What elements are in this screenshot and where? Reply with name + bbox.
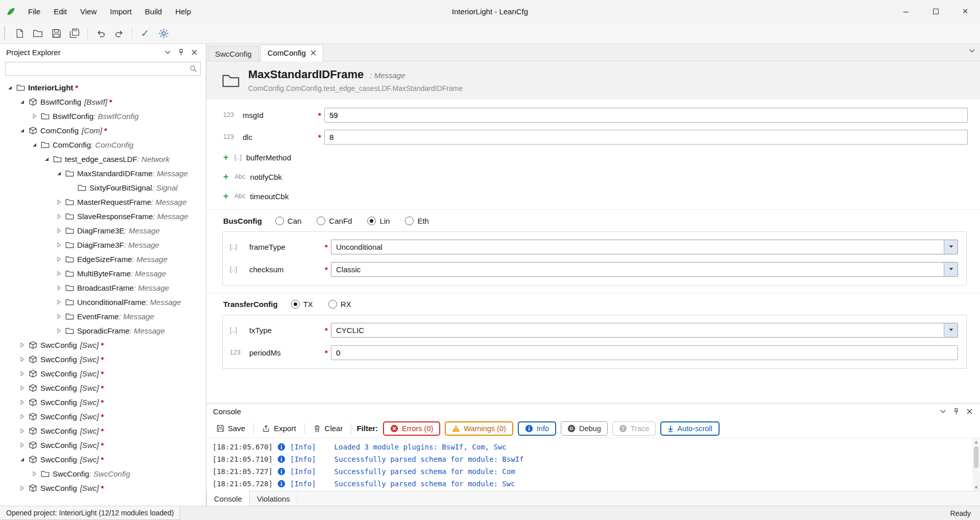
tree-node-comconfig[interactable]: ComConfig : ComConfig — [0, 137, 206, 152]
frameType-select[interactable]: Unconditional — [331, 240, 958, 254]
tree-node-bswifconfig[interactable]: BswIfConfig[BswIf]* — [0, 94, 206, 109]
console-scrollbar[interactable]: ▲ ▼ — [972, 438, 980, 491]
tab-swcconfig[interactable]: SwcConfig — [208, 46, 259, 61]
scroll-thumb[interactable] — [974, 446, 978, 468]
tree-expand-icon[interactable] — [54, 199, 63, 205]
undo-button[interactable] — [91, 25, 110, 41]
tree-node-swcconfig[interactable]: SwcConfig[Swc]* — [0, 409, 206, 423]
tree-node-comconfig[interactable]: ComConfig[Com]* — [0, 123, 206, 137]
console-tab-violations[interactable]: Violations — [250, 491, 298, 506]
tree-expand-icon[interactable] — [17, 128, 27, 133]
tree-expand-icon[interactable] — [17, 357, 27, 362]
scroll-up-icon[interactable]: ▲ — [975, 438, 977, 445]
tree-expand-icon[interactable] — [54, 242, 63, 248]
tree-expand-icon[interactable] — [17, 342, 27, 348]
tree-expand-icon[interactable] — [54, 271, 63, 276]
filter-warnings-button[interactable]: Warnings (0) — [445, 421, 513, 436]
tree-node-swcconfig[interactable]: SwcConfig[Swc]* — [0, 452, 206, 466]
tree-expand-icon[interactable] — [30, 142, 39, 148]
tree-node-sixtyfourbitsignal[interactable]: SixtyFourBitSignal : Signal — [0, 180, 206, 195]
scroll-down-icon[interactable]: ▼ — [975, 484, 977, 491]
search-icon[interactable] — [189, 65, 197, 73]
tree-expand-icon[interactable] — [17, 399, 27, 405]
tree-expand-icon[interactable] — [17, 442, 27, 448]
filter-autoscroll-button[interactable]: Auto-scroll — [660, 421, 720, 436]
filter-debug-button[interactable]: DDebug — [561, 421, 608, 436]
tree-expand-icon[interactable] — [54, 314, 63, 319]
radio-eth[interactable]: Eth — [405, 217, 429, 225]
tree-expand-icon[interactable] — [17, 99, 27, 105]
tree-node-swcconfig[interactable]: SwcConfig[Swc]* — [0, 438, 206, 452]
chevron-down-icon[interactable] — [936, 405, 949, 417]
add-optional-button[interactable]: + — [223, 172, 234, 181]
tree-node-swcconfig[interactable]: SwcConfig : SwcConfig — [0, 466, 206, 481]
tree-expand-icon[interactable] — [5, 85, 14, 90]
tree-node-swcconfig[interactable]: SwcConfig[Swc]* — [0, 395, 206, 409]
tree-expand-icon[interactable] — [42, 156, 51, 162]
add-optional-button[interactable]: + — [223, 192, 234, 201]
close-icon[interactable] — [963, 405, 976, 417]
tab-comconfig[interactable]: ComConfig — [260, 44, 323, 61]
filter-errors-button[interactable]: Errors (0) — [383, 421, 440, 436]
minimize-button[interactable]: – — [891, 0, 921, 22]
save-all-button[interactable] — [65, 25, 84, 41]
tree-expand-icon[interactable] — [54, 256, 63, 262]
tree-expand-icon[interactable] — [17, 414, 27, 419]
chevron-down-icon[interactable] — [161, 46, 174, 58]
new-file-button[interactable] — [10, 25, 29, 41]
tree-expand-icon[interactable] — [54, 228, 63, 233]
periodMs-input[interactable] — [331, 345, 958, 360]
menu-item-view[interactable]: View — [74, 5, 103, 18]
menu-item-import[interactable]: Import — [103, 5, 138, 18]
radio-lin[interactable]: Lin — [367, 217, 390, 225]
txType-select[interactable]: CYCLIC — [331, 323, 958, 338]
save-log-button[interactable]: Save — [212, 421, 249, 435]
radio-rx[interactable]: RX — [328, 300, 351, 309]
tree-node-bswifconfig[interactable]: BswIfConfig : BswIfConfig — [0, 109, 206, 123]
open-folder-button[interactable] — [29, 25, 47, 41]
tree-node-swcconfig[interactable]: SwcConfig[Swc]* — [0, 423, 206, 438]
menu-item-help[interactable]: Help — [169, 5, 198, 18]
filter-trace-button[interactable]: TTrace — [612, 421, 656, 436]
tree-expand-icon[interactable] — [54, 171, 63, 176]
menu-item-build[interactable]: Build — [138, 5, 169, 18]
tree-node-edgesizeframe[interactable]: EdgeSizeFrame : Message — [0, 252, 206, 266]
tree-expand-icon[interactable] — [30, 113, 39, 119]
pin-icon[interactable] — [949, 405, 963, 417]
tree-expand-icon[interactable] — [54, 328, 63, 334]
checksum-select[interactable]: Classic — [331, 262, 958, 277]
save-button[interactable] — [47, 25, 65, 41]
export-log-button[interactable]: Export — [258, 421, 300, 435]
tree-node-swcconfig[interactable]: SwcConfig[Swc]* — [0, 338, 206, 352]
tree-node-eventframe[interactable]: EventFrame : Message — [0, 309, 206, 323]
clear-log-button[interactable]: Clear — [309, 421, 347, 435]
search-input[interactable] — [5, 62, 201, 76]
settings-gear-button[interactable] — [154, 25, 173, 41]
menu-item-file[interactable]: File — [21, 5, 47, 18]
radio-canfd[interactable]: CanFd — [317, 217, 352, 225]
tree-expand-icon[interactable] — [54, 285, 63, 291]
tree-expand-icon[interactable] — [54, 214, 63, 219]
console-tab-console[interactable]: Console — [206, 491, 250, 506]
tree-node-slaveresponseframe[interactable]: SlaveResponseFrame : Message — [0, 209, 206, 223]
dlc-input[interactable] — [324, 130, 968, 145]
tree-node-maxstandardidframe[interactable]: MaxStandardIDFrame : Message — [0, 166, 206, 180]
tab-close-icon[interactable] — [310, 50, 316, 56]
tree-node-swcconfig[interactable]: SwcConfig[Swc]* — [0, 366, 206, 381]
tree-node-interiorlight[interactable]: InteriorLight* — [0, 80, 206, 94]
tree-node-swcconfig[interactable]: SwcConfig[Swc]* — [0, 352, 206, 366]
tree-expand-icon[interactable] — [17, 385, 27, 391]
tree-node-diagframe3e[interactable]: DiagFrame3E : Message — [0, 223, 206, 238]
tree-node-unconditionalframe[interactable]: UnconditionalFrame : Message — [0, 295, 206, 309]
radio-can[interactable]: Can — [275, 217, 302, 225]
tab-list-chevron-icon[interactable] — [969, 49, 975, 53]
add-optional-button[interactable]: + — [223, 153, 234, 162]
tree-node-test_edge_casesldf[interactable]: test_edge_casesLDF : Network — [0, 152, 206, 166]
tree-expand-icon[interactable] — [17, 457, 27, 462]
tree-node-diagframe3f[interactable]: DiagFrame3F : Message — [0, 238, 206, 252]
tree-expand-icon[interactable] — [30, 471, 39, 477]
tree-expand-icon[interactable] — [17, 371, 27, 376]
redo-button[interactable] — [110, 25, 128, 41]
tree-node-swcconfig[interactable]: SwcConfig[Swc]* — [0, 481, 206, 495]
radio-tx[interactable]: TX — [291, 300, 313, 309]
